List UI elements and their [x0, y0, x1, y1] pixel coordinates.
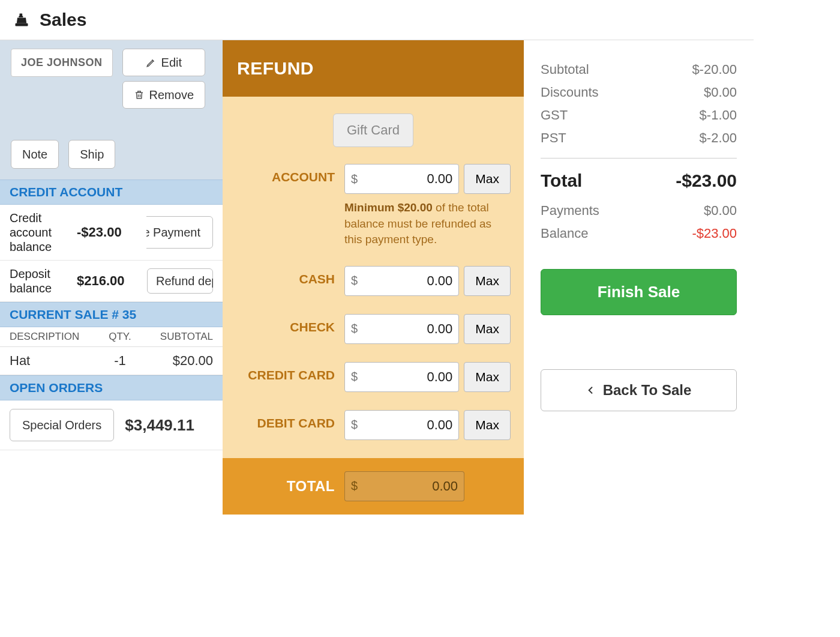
note-button[interactable]: Note: [11, 140, 59, 169]
cash-register-icon: [13, 11, 30, 28]
deposit-balance-value: $216.00: [77, 273, 139, 289]
item-sub: $20.00: [141, 353, 213, 369]
left-panel: JOE JOHNSON Edit: [0, 40, 223, 450]
deposit-balance-label: Deposit balance: [10, 267, 70, 295]
back-label: Back To Sale: [603, 382, 692, 399]
remove-customer-button[interactable]: Remove: [122, 81, 205, 109]
check-amount-field[interactable]: [361, 321, 452, 337]
cash-label: CASH: [236, 266, 335, 286]
credit-balance-value: -$23.00: [77, 225, 139, 240]
refund-total-label: TOTAL: [236, 478, 335, 495]
account-minimum-note: Minimum $20.00 of the total balance must…: [344, 200, 500, 248]
check-label: CHECK: [236, 314, 335, 334]
check-amount-input[interactable]: $: [344, 314, 459, 344]
sale-table-header: DESCRIPTION QTY. SUBTOTAL: [0, 327, 223, 347]
open-orders-row: Special Orders $3,449.11: [0, 400, 223, 450]
credit-balance-row: Credit account balance -$23.00 Make Paym…: [0, 205, 223, 261]
cash-amount-input[interactable]: $: [344, 266, 459, 296]
summary-divider: [541, 158, 737, 158]
col-qty: QTY.: [99, 331, 141, 343]
credit-balance-label: Credit account balance: [10, 211, 70, 254]
debit-card-amount-field[interactable]: [361, 417, 452, 433]
refund-header: REFUND: [223, 40, 524, 97]
debit-card-amount-input[interactable]: $: [344, 410, 459, 440]
open-orders-total: $3,449.11: [125, 416, 194, 435]
summary-pst: PST $-2.00: [541, 127, 737, 149]
summary-panel: Subtotal $-20.00 Discounts $0.00 GST $-1…: [524, 40, 754, 411]
trash-icon: [134, 89, 145, 100]
open-orders-header: OPEN ORDERS: [0, 375, 223, 400]
credit-card-amount-field[interactable]: [361, 369, 452, 385]
account-label: ACCOUNT: [236, 164, 335, 184]
summary-total: Total -$23.00: [541, 167, 737, 199]
account-amount-field[interactable]: [361, 171, 452, 187]
back-to-sale-button[interactable]: Back To Sale: [541, 369, 737, 411]
ship-button[interactable]: Ship: [68, 140, 115, 169]
check-max-button[interactable]: Max: [464, 314, 511, 344]
cash-max-button[interactable]: Max: [464, 266, 511, 296]
debit-card-max-button[interactable]: Max: [464, 410, 511, 440]
refund-debit-card-row: DEBIT CARD $ Max: [236, 410, 511, 440]
special-orders-button[interactable]: Special Orders: [10, 409, 114, 441]
summary-balance: Balance -$23.00: [541, 222, 737, 245]
col-subtotal: SUBTOTAL: [141, 331, 213, 343]
deposit-balance-row: Deposit balance $216.00 Refund deposit: [0, 261, 223, 302]
col-description: DESCRIPTION: [10, 331, 99, 343]
refund-panel: REFUND Gift Card ACCOUNT $ Max: [223, 40, 524, 515]
item-qty: -1: [99, 353, 141, 369]
svg-rect-0: [16, 23, 28, 26]
svg-rect-1: [20, 14, 23, 17]
gift-card-button: Gift Card: [333, 113, 413, 147]
edit-customer-button[interactable]: Edit: [122, 49, 205, 76]
chevron-left-icon: [586, 384, 596, 396]
summary-subtotal: Subtotal $-20.00: [541, 58, 737, 81]
credit-card-label: CREDIT CARD: [236, 362, 335, 382]
credit-card-max-button[interactable]: Max: [464, 362, 511, 392]
edit-label: Edit: [161, 55, 182, 70]
page-title: Sales: [40, 10, 86, 30]
summary-payments: Payments $0.00: [541, 199, 737, 222]
page-header: Sales: [0, 0, 754, 40]
refund-total-bar: TOTAL $: [223, 458, 524, 515]
debit-card-label: DEBIT CARD: [236, 410, 335, 430]
refund-check-row: CHECK $ Max: [236, 314, 511, 344]
sale-line-item[interactable]: Hat -1 $20.00: [0, 347, 223, 375]
item-desc: Hat: [10, 353, 99, 369]
refund-total-input[interactable]: $: [344, 471, 464, 501]
current-sale-header: CURRENT SALE # 35: [0, 302, 223, 327]
pencil-icon: [146, 57, 157, 68]
customer-name[interactable]: JOE JOHNSON: [11, 49, 113, 77]
account-amount-input[interactable]: $: [344, 164, 459, 194]
refund-account-row: ACCOUNT $ Max Minimum $20.00 of the tota…: [236, 164, 511, 248]
currency-symbol: $: [351, 172, 358, 186]
refund-credit-card-row: CREDIT CARD $ Max: [236, 362, 511, 392]
credit-account-header: CREDIT ACCOUNT: [0, 180, 223, 205]
make-payment-button[interactable]: Make Payment: [146, 216, 213, 249]
refund-total-field[interactable]: [361, 479, 458, 494]
credit-card-amount-input[interactable]: $: [344, 362, 459, 392]
svg-rect-2: [19, 16, 23, 17]
summary-gst: GST $-1.00: [541, 104, 737, 127]
remove-label: Remove: [149, 88, 194, 102]
summary-discounts: Discounts $0.00: [541, 81, 737, 104]
refund-deposit-button[interactable]: Refund deposit: [147, 268, 213, 294]
account-max-button[interactable]: Max: [464, 164, 511, 194]
cash-amount-field[interactable]: [361, 273, 452, 289]
finish-sale-button[interactable]: Finish Sale: [541, 269, 737, 315]
refund-cash-row: CASH $ Max: [236, 266, 511, 296]
